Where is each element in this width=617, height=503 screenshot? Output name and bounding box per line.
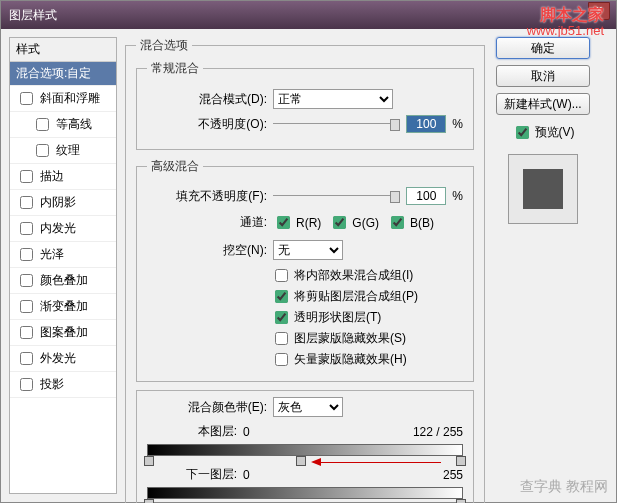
ok-button[interactable]: 确定 <box>496 37 590 59</box>
style-label: 斜面和浮雕 <box>40 90 100 107</box>
advanced-legend: 高级混合 <box>147 158 203 175</box>
style-item[interactable]: 纹理 <box>10 138 116 164</box>
advanced-blending-group: 高级混合 填充不透明度(F): % 通道: R(R)G(G)B(B) <box>136 158 474 382</box>
percent-sign: % <box>452 117 463 131</box>
preview-checkbox[interactable]: 预览(V) <box>512 123 575 142</box>
new-style-button[interactable]: 新建样式(W)... <box>496 93 590 115</box>
titlebar[interactable]: 图层样式 × 脚本之家 www.jb51.net <box>1 1 616 29</box>
style-checkbox[interactable] <box>20 326 33 339</box>
arrow-line <box>321 462 441 463</box>
style-item[interactable]: 斜面和浮雕 <box>10 86 116 112</box>
blend-mode-label: 混合模式(D): <box>147 91 267 108</box>
styles-header: 样式 <box>10 38 116 62</box>
style-item[interactable]: 光泽 <box>10 242 116 268</box>
layer-style-dialog: 图层样式 × 脚本之家 www.jb51.net 样式 混合选项:自定斜面和浮雕… <box>0 0 617 503</box>
style-label: 投影 <box>40 376 64 393</box>
fill-opacity-label: 填充不透明度(F): <box>147 188 267 205</box>
style-item[interactable]: 渐变叠加 <box>10 294 116 320</box>
channel-checkbox[interactable]: R(R) <box>273 213 321 232</box>
style-item[interactable]: 混合选项:自定 <box>10 62 116 86</box>
style-checkbox[interactable] <box>20 300 33 313</box>
under-layer-high: 255 <box>443 468 463 482</box>
style-item[interactable]: 内发光 <box>10 216 116 242</box>
blend-mode-select[interactable]: 正常 <box>273 89 393 109</box>
general-blending-group: 常规混合 混合模式(D): 正常 不透明度(O): % <box>136 60 474 150</box>
slash: / <box>436 425 439 439</box>
fill-opacity-slider[interactable] <box>273 191 400 201</box>
style-checkbox[interactable] <box>20 352 33 365</box>
style-label: 外发光 <box>40 350 76 367</box>
style-label: 颜色叠加 <box>40 272 88 289</box>
cancel-button[interactable]: 取消 <box>496 65 590 87</box>
advanced-option-checkbox[interactable]: 透明形状图层(T) <box>271 308 463 327</box>
style-label: 内阴影 <box>40 194 76 211</box>
style-checkbox[interactable] <box>20 274 33 287</box>
advanced-option-checkbox[interactable]: 矢量蒙版隐藏效果(H) <box>271 350 463 369</box>
opacity-label: 不透明度(O): <box>147 116 267 133</box>
channels-label: 通道: <box>147 214 267 231</box>
advanced-option-checkbox[interactable]: 图层蒙版隐藏效果(S) <box>271 329 463 348</box>
this-layer-high: 122 <box>413 425 433 439</box>
preview-box <box>508 154 578 224</box>
options-title: 混合选项 <box>136 37 192 54</box>
blend-if-select[interactable]: 灰色 <box>273 397 343 417</box>
channels-row: R(R)G(G)B(B) <box>273 211 434 234</box>
style-label: 等高线 <box>56 116 92 133</box>
style-label: 图案叠加 <box>40 324 88 341</box>
style-item[interactable]: 投影 <box>10 372 116 398</box>
style-label: 纹理 <box>56 142 80 159</box>
blend-if-label: 混合颜色带(E): <box>147 399 267 416</box>
style-checkbox[interactable] <box>20 170 33 183</box>
style-label: 描边 <box>40 168 64 185</box>
style-item[interactable]: 外发光 <box>10 346 116 372</box>
arrow-icon <box>311 458 321 466</box>
style-label: 混合选项:自定 <box>16 65 91 82</box>
style-checkbox[interactable] <box>36 118 49 131</box>
style-checkbox[interactable] <box>20 222 33 235</box>
this-white-low-marker[interactable] <box>296 456 306 466</box>
style-item[interactable]: 图案叠加 <box>10 320 116 346</box>
under-white-marker[interactable] <box>456 499 466 503</box>
under-layer-label: 下一图层: <box>147 466 237 483</box>
style-item[interactable]: 内阴影 <box>10 190 116 216</box>
opacity-input[interactable] <box>406 115 446 133</box>
style-checkbox[interactable] <box>36 144 49 157</box>
channel-checkbox[interactable]: G(G) <box>329 213 379 232</box>
knockout-select[interactable]: 无 <box>273 240 343 260</box>
knockout-label: 挖空(N): <box>147 242 267 259</box>
general-legend: 常规混合 <box>147 60 203 77</box>
this-black-marker[interactable] <box>144 456 154 466</box>
under-black-marker[interactable] <box>144 499 154 503</box>
advanced-option-checkbox[interactable]: 将内部效果混合成组(I) <box>271 266 463 285</box>
style-checkbox[interactable] <box>20 248 33 261</box>
style-checkbox[interactable] <box>20 92 33 105</box>
options-panel: 混合选项 常规混合 混合模式(D): 正常 不透明度(O): <box>125 37 485 494</box>
this-layer-max: 255 <box>443 425 463 439</box>
channel-checkbox[interactable]: B(B) <box>387 213 434 232</box>
blending-options-group: 混合选项 常规混合 混合模式(D): 正常 不透明度(O): <box>125 37 485 503</box>
advanced-checks: 将内部效果混合成组(I)将剪贴图层混合成组(P)透明形状图层(T)图层蒙版隐藏效… <box>271 266 463 369</box>
style-label: 光泽 <box>40 246 64 263</box>
fill-opacity-input[interactable] <box>406 187 446 205</box>
opacity-slider[interactable] <box>273 119 400 129</box>
style-checkbox[interactable] <box>20 378 33 391</box>
dialog-title: 图层样式 <box>9 7 608 24</box>
this-layer-label: 本图层: <box>147 423 237 440</box>
this-white-high-marker[interactable] <box>456 456 466 466</box>
advanced-option-checkbox[interactable]: 将剪贴图层混合成组(P) <box>271 287 463 306</box>
right-panel: 确定 取消 新建样式(W)... 预览(V) <box>493 37 593 494</box>
style-label: 内发光 <box>40 220 76 237</box>
blend-if-group: 混合颜色带(E): 灰色 本图层: 0 122 / 255 <box>136 390 474 503</box>
style-checkbox[interactable] <box>20 196 33 209</box>
style-item[interactable]: 等高线 <box>10 112 116 138</box>
under-layer-gradient[interactable] <box>147 487 463 499</box>
style-item[interactable]: 描边 <box>10 164 116 190</box>
preview-swatch <box>523 169 563 209</box>
styles-list: 混合选项:自定斜面和浮雕等高线纹理描边内阴影内发光光泽颜色叠加渐变叠加图案叠加外… <box>10 62 116 398</box>
styles-panel: 样式 混合选项:自定斜面和浮雕等高线纹理描边内阴影内发光光泽颜色叠加渐变叠加图案… <box>9 37 117 494</box>
this-layer-gradient[interactable] <box>147 444 463 456</box>
style-item[interactable]: 颜色叠加 <box>10 268 116 294</box>
under-layer-low: 0 <box>243 468 250 482</box>
this-layer-low: 0 <box>243 425 250 439</box>
watermark-credit: 查字典 教程网 <box>520 478 608 496</box>
